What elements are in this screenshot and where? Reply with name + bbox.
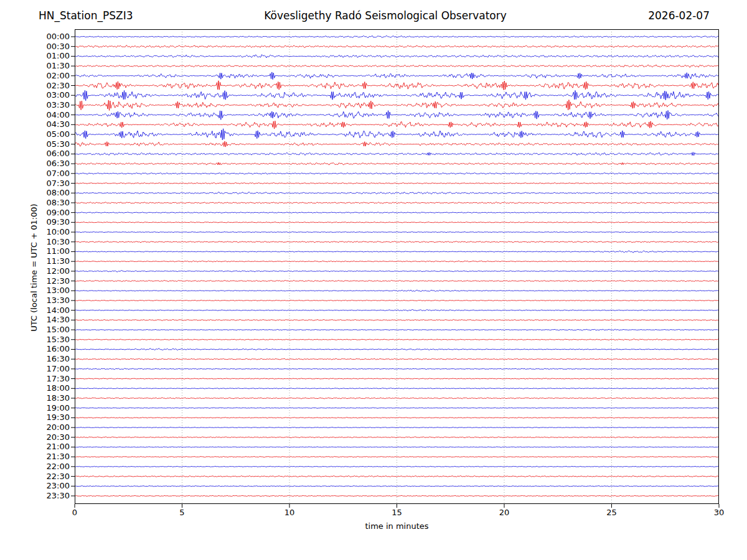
seismogram-trace-10:00 — [75, 231, 719, 232]
y-tick-label-16:00: 16:00 — [0, 344, 70, 353]
seismogram-trace-09:30 — [75, 222, 719, 223]
seismogram-trace-23:30 — [75, 495, 719, 496]
y-tick-label-16:30: 16:30 — [0, 354, 70, 363]
y-tick-label-17:00: 17:00 — [0, 364, 70, 373]
seismogram-trace-22:30 — [75, 476, 719, 477]
seismogram-trace-14:30 — [75, 319, 719, 320]
y-tick-label-00:00: 00:00 — [0, 32, 70, 41]
y-tick-label-13:00: 13:00 — [0, 286, 70, 295]
y-tick-label-19:30: 19:30 — [0, 413, 70, 422]
x-tick-label-25: 25 — [593, 508, 631, 517]
y-tick-label-04:30: 04:30 — [0, 119, 70, 129]
seismogram-svg — [75, 29, 719, 504]
seismogram-trace-23:00 — [75, 486, 719, 487]
y-tick-label-12:30: 12:30 — [0, 276, 70, 286]
x-tick-label-15: 15 — [378, 508, 416, 517]
y-tick-label-09:00: 09:00 — [0, 208, 70, 217]
y-tick-label-03:00: 03:00 — [0, 90, 70, 100]
y-tick-label-13:30: 13:30 — [0, 296, 70, 305]
seismogram-trace-21:00 — [75, 447, 719, 447]
y-tick-label-01:00: 01:00 — [0, 51, 70, 60]
seismogram-plot — [75, 29, 719, 504]
y-tick-label-07:30: 07:30 — [0, 179, 70, 188]
y-tick-label-19:00: 19:00 — [0, 403, 70, 413]
y-tick-label-09:30: 09:30 — [0, 217, 70, 226]
x-tick-label-5: 5 — [164, 508, 201, 517]
y-tick-label-02:00: 02:00 — [0, 71, 70, 80]
seismogram-trace-17:30 — [75, 378, 719, 379]
x-axis-label: time in minutes — [0, 521, 747, 531]
seismogram-trace-08:30 — [75, 202, 719, 203]
y-tick-label-22:30: 22:30 — [0, 472, 70, 481]
y-tick-label-08:30: 08:30 — [0, 198, 70, 207]
y-tick-label-15:30: 15:30 — [0, 335, 70, 344]
y-tick-label-20:00: 20:00 — [0, 422, 70, 432]
x-tick-label-0: 0 — [56, 508, 93, 517]
y-tick-label-01:30: 01:30 — [0, 61, 70, 70]
y-tick-label-05:30: 05:30 — [0, 139, 70, 149]
y-tick-label-04:00: 04:00 — [0, 110, 70, 119]
seismogram-trace-01:00 — [75, 55, 719, 58]
seismogram-trace-12:30 — [75, 281, 719, 282]
y-tick-label-05:00: 05:00 — [0, 129, 70, 139]
y-tick-label-18:00: 18:00 — [0, 383, 70, 393]
y-tick-label-12:00: 12:00 — [0, 266, 70, 276]
y-tick-label-03:30: 03:30 — [0, 100, 70, 110]
seismogram-trace-05:00 — [75, 129, 719, 140]
y-tick-label-18:30: 18:30 — [0, 393, 70, 403]
y-tick-label-11:30: 11:30 — [0, 256, 70, 266]
y-tick-label-23:30: 23:30 — [0, 491, 70, 500]
y-tick-label-17:30: 17:30 — [0, 374, 70, 383]
seismogram-trace-16:00 — [75, 348, 719, 350]
y-tick-label-21:30: 21:30 — [0, 452, 70, 461]
seismogram-trace-15:30 — [75, 339, 719, 340]
y-tick-label-02:30: 02:30 — [0, 81, 70, 90]
y-tick-label-00:30: 00:30 — [0, 42, 70, 51]
seismogram-trace-21:30 — [75, 457, 719, 457]
y-tick-label-11:00: 11:00 — [0, 246, 70, 256]
seismogram-trace-09:00 — [75, 212, 719, 213]
seismogram-trace-15:00 — [75, 329, 719, 330]
seismogram-trace-02:00 — [75, 72, 719, 80]
seismogram-trace-16:30 — [75, 358, 719, 360]
y-tick-label-08:00: 08:00 — [0, 188, 70, 197]
y-tick-label-20:30: 20:30 — [0, 432, 70, 442]
observatory-title: Kövesligethy Radó Seismological Observat… — [0, 9, 747, 22]
date-title: 2026-02-07 — [648, 9, 710, 22]
y-tick-label-10:30: 10:30 — [0, 237, 70, 246]
seismogram-trace-00:00 — [75, 35, 719, 37]
x-tick-label-10: 10 — [271, 508, 308, 517]
y-tick-label-14:30: 14:30 — [0, 315, 70, 324]
seismogram-trace-04:30 — [75, 121, 719, 129]
y-tick-label-06:30: 06:30 — [0, 159, 70, 168]
seismogram-trace-22:00 — [75, 466, 719, 467]
x-tick-label-30: 30 — [700, 508, 738, 517]
y-tick-label-23:00: 23:00 — [0, 481, 70, 490]
seismogram-trace-06:30 — [75, 162, 719, 165]
y-tick-label-14:00: 14:00 — [0, 306, 70, 315]
seismogram-trace-19:00 — [75, 408, 719, 408]
y-tick-label-07:00: 07:00 — [0, 169, 70, 178]
y-tick-label-10:00: 10:00 — [0, 227, 70, 236]
seismogram-trace-10:30 — [75, 241, 719, 243]
y-tick-label-15:00: 15:00 — [0, 325, 70, 334]
y-tick-label-21:00: 21:00 — [0, 442, 70, 451]
seismogram-trace-13:00 — [75, 290, 719, 291]
seismogram-trace-17:00 — [75, 368, 719, 370]
x-tick-label-20: 20 — [486, 508, 523, 517]
seismogram-trace-05:30 — [75, 141, 719, 147]
y-tick-label-06:00: 06:00 — [0, 149, 70, 158]
y-tick-label-22:00: 22:00 — [0, 462, 70, 471]
seismogram-page: { "header": { "station": "HN_Station_PSZ… — [0, 0, 747, 560]
